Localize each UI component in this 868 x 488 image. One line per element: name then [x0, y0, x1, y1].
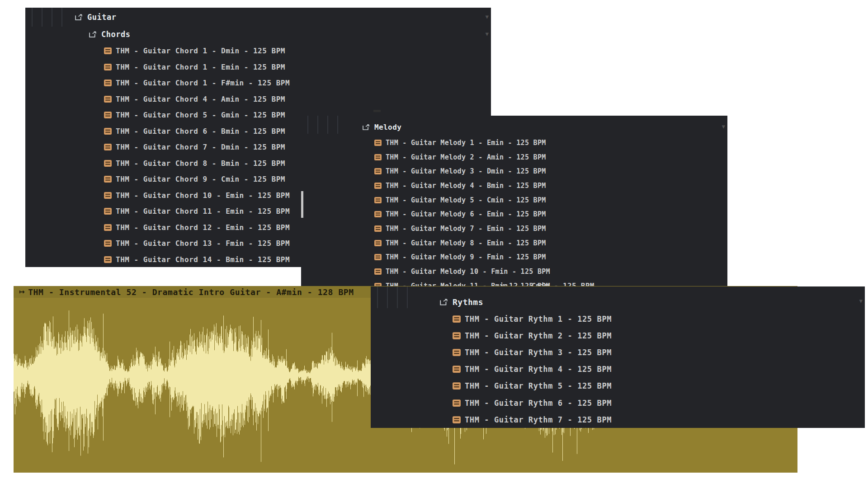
audio-file-icon: [104, 64, 112, 70]
file-label: THM - Guitar Melody 7 - Emin - 125 BPM: [386, 225, 546, 233]
chevron-down-icon[interactable]: ▾: [485, 13, 489, 20]
folder-label: Melody: [374, 123, 401, 131]
chevron-down-icon[interactable]: ▾: [722, 123, 725, 130]
audio-file-icon: [104, 128, 112, 135]
folder-icon: [439, 298, 448, 306]
folder-label: Rythms: [453, 297, 483, 307]
file-item[interactable]: THM - Guitar Melody 2 - Amin - 125 BPM: [301, 150, 727, 164]
audio-file-icon: [374, 140, 382, 146]
audio-file-icon: [104, 224, 112, 231]
file-item[interactable]: THM - Guitar Rythm 7 - 125 BPM: [371, 411, 865, 428]
file-label: THM - Guitar Melody 1 - Emin - 125 BPM: [386, 139, 546, 147]
audio-file-icon: [374, 225, 382, 232]
file-item[interactable]: THM - Guitar Melody 5 - Cmin - 125 BPM: [301, 193, 727, 207]
file-label: THM - Guitar Chord 1 - Emin - 125 BPM: [116, 63, 285, 71]
file-item[interactable]: THM - Guitar Rythm 6 - 125 BPM: [371, 394, 865, 411]
clip-title: THM - Instrumental 52 - Dramatic Intro G…: [28, 287, 354, 297]
file-item[interactable]: THM - Guitar Melody 8 - Emin - 125 BPM: [301, 236, 727, 250]
folder-label: Chords: [101, 30, 130, 39]
audio-file-icon: [374, 268, 382, 275]
file-label: THM - Guitar Melody 4 - Bmin - 125 BPM: [386, 182, 546, 190]
folder-icon: [75, 14, 83, 21]
file-item[interactable]: THM - Guitar Rythm 1 - 125 BPM: [371, 310, 865, 327]
audio-file-icon: [104, 176, 112, 183]
file-item[interactable]: THM - Guitar Rythm 4 - 125 BPM: [371, 361, 865, 378]
file-item[interactable]: THM - Guitar Chord 1 - Dmin - 125 BPM: [25, 43, 491, 59]
browser-panel-rythms: Rythms THM - Guitar Rythm 1 - 125 BPM TH…: [371, 286, 865, 428]
audio-file-icon: [374, 211, 382, 217]
audio-file-icon: [374, 240, 382, 246]
audio-file-icon: [104, 240, 112, 247]
file-item[interactable]: THM - Guitar Melody 6 - Emin - 125 BPM: [301, 207, 727, 221]
scrollbar-thumb[interactable]: [301, 191, 303, 218]
audio-file-icon: [374, 254, 382, 260]
file-label: THM - Guitar Chord 6 - Bmin - 125 BPM: [116, 127, 285, 136]
audio-file-icon: [374, 197, 382, 203]
file-label: THM - Guitar Rythm 7 - 125 BPM: [465, 415, 612, 424]
file-label: THM - Guitar Melody 6 - Emin - 125 BPM: [386, 210, 546, 218]
audio-file-icon: [104, 112, 112, 118]
file-item[interactable]: THM - Guitar Chord 1 - Emin - 125 BPM: [25, 59, 491, 75]
audio-file-icon: [104, 96, 112, 103]
file-label: THM - Guitar Chord 7 - Dmin - 125 BPM: [116, 143, 285, 151]
folder-icon: [89, 31, 97, 38]
file-label: THM - Guitar Chord 1 - Dmin - 125 BPM: [116, 47, 285, 55]
window-edge-dash: [373, 110, 381, 112]
file-label: THM - Guitar Rythm 6 - 125 BPM: [465, 399, 612, 408]
file-item[interactable]: THM - Guitar Melody 9 - Fmin - 125 BPM: [301, 250, 727, 265]
file-item[interactable]: THM - Guitar Melody 3 - Dmin - 125 BPM: [301, 164, 727, 178]
audio-file-icon: [453, 366, 461, 373]
file-item[interactable]: THM - Guitar Chord 4 - Amin - 125 BPM: [25, 91, 491, 108]
file-label: THM - Guitar Chord 10 - Emin - 125 BPM: [116, 191, 290, 200]
file-item[interactable]: THM - Guitar Melody 1 - Emin - 125 BPM: [301, 136, 727, 150]
chevron-down-icon[interactable]: ▾: [485, 30, 489, 38]
audio-file-icon: [453, 382, 461, 389]
file-item[interactable]: THM - Guitar Rythm 2 - 125 BPM: [371, 327, 865, 344]
audio-file-icon: [104, 192, 112, 199]
file-label: THM - Guitar Chord 12 - Emin - 125 BPM: [116, 223, 290, 232]
file-label: THM - Guitar Chord 5 - Gmin - 125 BPM: [116, 111, 285, 119]
file-label: THM - Guitar Rythm 4 - 125 BPM: [465, 365, 612, 374]
audio-file-icon: [374, 168, 382, 174]
file-item[interactable]: THM - Guitar Rythm 3 - 125 BPM: [371, 344, 865, 361]
file-label: THM - Guitar Melody 9 - Fmin - 125 BPM: [386, 253, 546, 261]
file-item[interactable]: THM - Guitar Rythm 5 - 125 BPM: [371, 378, 865, 394]
file-label: THM - Guitar Chord 11 - Emin - 125 BPM: [116, 207, 290, 216]
folder-row-guitar[interactable]: Guitar: [25, 9, 491, 26]
file-item[interactable]: THM - Guitar Melody 7 - Emin - 125 BPM: [301, 221, 727, 236]
file-label: THM - Guitar Melody 2 - Amin - 125 BPM: [386, 153, 546, 161]
file-list-melody: THM - Guitar Melody 1 - Emin - 125 BPM T…: [301, 136, 727, 293]
audio-file-icon: [374, 183, 382, 189]
file-label: THM - Guitar Chord 13 - Fmin - 125 BPM: [116, 239, 290, 248]
chevron-down-icon[interactable]: ▾: [859, 297, 863, 305]
file-label: THM - Guitar Rythm 2 - 125 BPM: [465, 331, 612, 340]
folder-row-rythms[interactable]: Rythms: [371, 293, 865, 310]
folder-label: Guitar: [87, 13, 116, 22]
audio-file-icon: [374, 154, 382, 160]
audio-file-icon: [453, 332, 461, 339]
file-label: THM - Guitar Melody 3 - Dmin - 125 BPM: [386, 167, 546, 175]
file-label: THM - Guitar Chord 4 - Amin - 125 BPM: [116, 95, 285, 103]
audio-file-icon: [453, 315, 461, 323]
file-item[interactable]: THM - Guitar Chord 1 - F#min - 125 BPM: [25, 75, 491, 91]
audio-file-icon: [104, 160, 112, 167]
folder-row-melody[interactable]: Melody: [301, 118, 727, 136]
audio-file-icon: [453, 349, 461, 356]
file-label: THM - Guitar Melody 10 - Fmin - 125 BPM: [386, 267, 550, 276]
file-list-rythms: THM - Guitar Rythm 1 - 125 BPM THM - Gui…: [371, 310, 865, 428]
folder-icon: [362, 124, 370, 131]
audio-file-icon: [104, 47, 112, 54]
file-label: THM - Guitar Chord 1 - F#min - 125 BPM: [116, 79, 290, 87]
audio-file-icon: [104, 144, 112, 150]
file-item[interactable]: THM - Guitar Melody 4 - Bmin - 125 BPM: [301, 178, 727, 193]
browser-panel-melody: Melody THM - Guitar Melody 1 - Emin - 12…: [301, 116, 727, 294]
file-label: THM - Guitar Melody 8 - Emin - 125 BPM: [386, 239, 546, 247]
audio-file-icon: [104, 256, 112, 263]
file-label: THM - Guitar Melody 5 - Cmin - 125 BPM: [386, 196, 546, 204]
file-label: THM - Guitar Rythm 1 - 125 BPM: [465, 314, 612, 324]
file-item[interactable]: THM - Guitar Melody 10 - Fmin - 125 BPM: [301, 264, 727, 279]
audio-file-icon: [104, 80, 112, 86]
file-label: THM - Guitar Rythm 5 - 125 BPM: [465, 381, 612, 390]
audio-file-icon: [453, 416, 461, 423]
folder-row-chords[interactable]: Chords: [25, 26, 491, 43]
